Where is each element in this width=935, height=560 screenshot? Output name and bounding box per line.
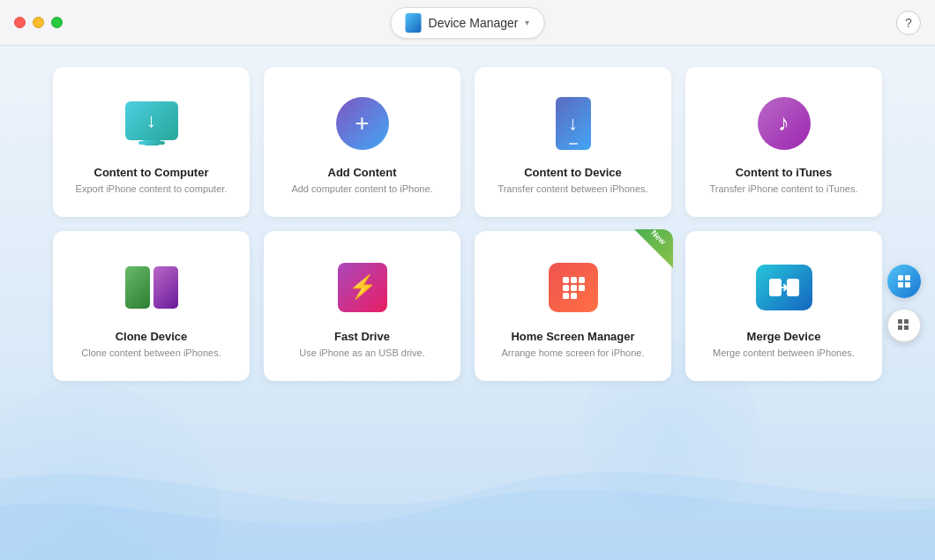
svg-rect-8 [769,279,782,296]
content-to-device-icon: ↓ [542,92,605,155]
svg-rect-0 [563,277,569,283]
svg-rect-9 [787,279,799,296]
title-dropdown[interactable]: Device Manager ▾ [391,7,545,39]
maximize-button[interactable] [51,17,63,28]
home-screen-icon [542,256,605,319]
card-title: Content to Device [524,166,622,179]
app-title: Device Manager [429,16,519,30]
card-fast-drive[interactable]: ⚡ Fast Drive Use iPhone as an USB drive. [264,231,460,381]
card-desc: Merge content between iPhones. [713,347,855,360]
card-content-to-computer[interactable]: ↓ Content to Computer Export iPhone cont… [53,67,250,217]
device-icon [406,13,422,33]
bg-wave [0,419,935,560]
card-desc: Clone content between iPhones. [81,347,221,360]
grid-apps-icon [549,263,598,312]
monitor-shape: ↓ [125,101,178,140]
svg-rect-16 [898,325,902,330]
connect-button[interactable] [887,265,921,298]
add-content-icon: + [331,92,394,155]
svg-rect-6 [563,293,569,299]
music-note-circle-icon: ♪ [758,97,811,150]
monitor-stand [138,141,165,145]
traffic-lights [14,17,63,28]
card-desc: Export iPhone content to computer. [76,183,228,196]
card-content-to-device[interactable]: ↓ Content to Device Transfer content bet… [475,67,671,217]
svg-rect-4 [571,285,577,291]
clone-device-icon [120,256,183,319]
card-desc: Use iPhone as an USB drive. [299,347,424,360]
lightning-icon: ⚡ [338,263,387,312]
card-desc: Transfer iPhone content to iTunes. [710,183,858,196]
svg-rect-17 [904,325,909,330]
minimize-button[interactable] [33,17,44,28]
grid-view-button[interactable] [887,309,921,342]
svg-rect-14 [898,319,902,324]
card-merge-device[interactable]: Merge Device Merge content between iPhon… [685,231,882,381]
chevron-down-icon: ▾ [525,18,529,27]
plus-circle-icon: + [336,97,389,150]
svg-rect-5 [579,285,585,291]
svg-rect-10 [898,275,903,280]
two-phones-icon [123,265,180,310]
svg-rect-1 [571,277,577,283]
card-title: Home Screen Manager [511,330,634,343]
new-badge-text: New [650,229,673,249]
svg-rect-2 [579,277,585,283]
card-desc: Transfer content between iPhones. [497,183,647,196]
sidebar-buttons [887,265,921,342]
card-title: Content to iTunes [736,166,833,179]
help-button[interactable]: ? [896,11,921,35]
svg-rect-13 [905,282,910,287]
itunes-icon: ♪ [752,92,816,155]
card-desc: Add computer content to iPhone. [291,183,432,196]
card-title: Add Content [328,166,397,179]
download-arrow-icon: ↓ [146,111,156,131]
cards-grid: ↓ Content to Computer Export iPhone cont… [0,46,935,402]
card-clone-device[interactable]: Clone Device Clone content between iPhon… [53,231,250,381]
fast-drive-icon: ⚡ [331,256,394,319]
svg-rect-3 [563,285,569,291]
phone-download-icon: ↓ [556,97,591,150]
merge-arrows-icon [756,265,812,310]
main-content: ↓ Content to Computer Export iPhone cont… [0,46,935,560]
card-content-to-itunes[interactable]: ♪ Content to iTunes Transfer iPhone cont… [685,67,882,217]
card-desc: Arrange home screen for iPhone. [501,347,644,360]
titlebar: Device Manager ▾ ? [0,0,935,46]
card-add-content[interactable]: + Add Content Add computer content to iP… [264,67,460,217]
card-title: Merge Device [747,330,821,343]
merge-device-icon [752,256,816,319]
svg-rect-11 [905,275,910,280]
new-badge: New [634,229,673,268]
svg-rect-12 [898,282,903,287]
phone-green-icon [125,266,150,309]
card-home-screen-manager[interactable]: New Home Screen Manager [475,231,671,381]
card-title: Fast Drive [334,330,390,343]
phone-purple-icon [153,266,178,309]
close-button[interactable] [14,17,26,28]
computer-icon: ↓ [120,92,183,155]
svg-rect-7 [571,293,577,299]
card-title: Content to Computer [94,166,209,179]
card-title: Clone Device [116,330,188,343]
svg-rect-15 [904,319,909,324]
